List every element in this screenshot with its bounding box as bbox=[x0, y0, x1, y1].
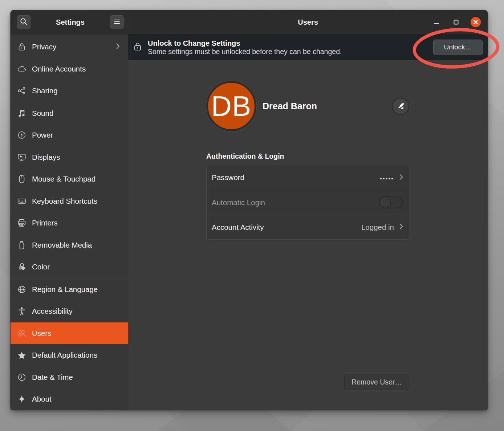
mouse-icon bbox=[17, 175, 26, 183]
sidebar-item-label: Sound bbox=[32, 109, 53, 118]
sidebar-item-keyboard-shortcuts[interactable]: Keyboard Shortcuts bbox=[11, 190, 128, 212]
app-title: Settings bbox=[31, 18, 110, 27]
main-pane: Users Un bbox=[128, 10, 488, 410]
auth-section-heading: Authentication & Login bbox=[206, 152, 284, 160]
password-dots: ••••• bbox=[380, 174, 394, 182]
maximize-icon bbox=[453, 19, 459, 25]
sidebar: Settings PrivacyOnline AccountsSharingSo… bbox=[11, 10, 128, 410]
sidebar-item-removable-media[interactable]: Removable Media bbox=[11, 234, 128, 256]
sparkle-icon bbox=[17, 395, 26, 403]
account-activity-row[interactable]: Account Activity Logged in bbox=[207, 215, 409, 239]
password-row[interactable]: Password ••••• bbox=[207, 165, 409, 190]
search-icon bbox=[20, 18, 28, 27]
sidebar-item-label: Color bbox=[32, 263, 50, 271]
automatic-login-toggle[interactable] bbox=[379, 196, 403, 208]
sidebar-item-sharing[interactable]: Sharing bbox=[11, 80, 128, 102]
infobar-subtitle: Some settings must be unlocked before th… bbox=[148, 48, 342, 56]
display-icon bbox=[17, 153, 26, 162]
sidebar-item-power[interactable]: Power bbox=[11, 124, 128, 146]
minimize-button[interactable] bbox=[431, 17, 442, 27]
minimize-icon bbox=[434, 19, 439, 25]
sidebar-item-label: Removable Media bbox=[32, 241, 92, 249]
sidebar-item-online-accounts[interactable]: Online Accounts bbox=[11, 58, 128, 80]
toggle-knob bbox=[379, 196, 391, 208]
sidebar-item-label: Privacy bbox=[32, 42, 56, 51]
auth-list: Password ••••• Automatic Login Acc bbox=[206, 165, 409, 240]
sidebar-item-printers[interactable]: Printers bbox=[11, 212, 128, 234]
sidebar-item-label: Default Applications bbox=[32, 351, 97, 359]
remove-user-button[interactable]: Remove User… bbox=[344, 374, 409, 390]
window-controls bbox=[431, 10, 481, 34]
sidebar-item-label: Sharing bbox=[32, 86, 58, 95]
sidebar-item-label: Online Accounts bbox=[32, 65, 86, 73]
color-icon bbox=[17, 263, 26, 271]
sidebar-item-label: Printers bbox=[32, 219, 58, 227]
chevron-right-icon bbox=[399, 223, 403, 231]
user-avatar[interactable]: DB bbox=[206, 81, 256, 131]
sidebar-item-label: Power bbox=[32, 131, 53, 139]
sidebar-item-label: Mouse & Touchpad bbox=[32, 175, 95, 183]
sidebar-item-label: Region & Language bbox=[32, 285, 98, 294]
chevron-right-icon bbox=[399, 174, 403, 182]
close-button[interactable] bbox=[471, 17, 481, 27]
maximize-button[interactable] bbox=[451, 17, 461, 27]
chevron-right-icon bbox=[116, 42, 120, 51]
sidebar-header: Settings bbox=[11, 10, 128, 34]
infobar-text: Unlock to Change Settings Some settings … bbox=[148, 39, 342, 56]
unlock-button[interactable]: Unlock… bbox=[433, 40, 483, 55]
pencil-icon bbox=[396, 101, 405, 112]
hamburger-menu-icon bbox=[114, 19, 120, 25]
lock-icon bbox=[17, 42, 26, 51]
printer-icon bbox=[17, 219, 26, 227]
avatar-initials: DB bbox=[211, 92, 251, 120]
sidebar-item-accessibility[interactable]: Accessibility bbox=[11, 300, 128, 322]
sidebar-item-label: Displays bbox=[32, 153, 60, 162]
automatic-login-label: Automatic Login bbox=[212, 198, 265, 207]
usb-drive-icon bbox=[17, 241, 26, 249]
cloud-icon bbox=[17, 65, 26, 73]
sidebar-item-default-applications[interactable]: Default Applications bbox=[11, 344, 128, 366]
clock-icon bbox=[17, 373, 26, 382]
sidebar-item-sound[interactable]: Sound bbox=[11, 102, 128, 125]
sidebar-item-label: About bbox=[32, 395, 52, 403]
password-label: Password bbox=[212, 173, 244, 182]
sidebar-item-displays[interactable]: Displays bbox=[11, 146, 128, 168]
accessibility-icon bbox=[17, 307, 26, 316]
unlock-infobar: Unlock to Change Settings Some settings … bbox=[128, 34, 488, 60]
users-panel: DB Dread Baron Authentication & Login bbox=[128, 60, 488, 410]
keyboard-icon bbox=[17, 197, 26, 206]
music-note-icon bbox=[17, 109, 26, 118]
sidebar-item-about[interactable]: About bbox=[11, 388, 128, 410]
user-full-name: Dread Baron bbox=[263, 101, 317, 111]
sidebar-item-label: Keyboard Shortcuts bbox=[32, 197, 97, 206]
menu-button[interactable] bbox=[110, 15, 124, 29]
account-activity-label: Account Activity bbox=[212, 223, 264, 232]
sidebar-item-label: Accessibility bbox=[32, 307, 73, 316]
sidebar-item-label: Date & Time bbox=[32, 373, 73, 382]
search-button[interactable] bbox=[17, 15, 31, 29]
sidebar-item-color[interactable]: Color bbox=[11, 256, 128, 278]
account-activity-value: Logged in bbox=[361, 223, 394, 232]
sidebar-item-date-time[interactable]: Date & Time bbox=[11, 366, 128, 389]
infobar-title: Unlock to Change Settings bbox=[148, 39, 342, 48]
power-icon bbox=[17, 131, 26, 139]
close-icon bbox=[473, 20, 478, 25]
sidebar-item-users[interactable]: Users bbox=[11, 322, 128, 345]
sidebar-item-mouse-touchpad[interactable]: Mouse & Touchpad bbox=[11, 168, 128, 190]
page-title: Users bbox=[298, 18, 318, 27]
settings-window: Settings PrivacyOnline AccountsSharingSo… bbox=[11, 10, 488, 410]
sidebar-item-privacy[interactable]: Privacy bbox=[11, 36, 128, 58]
headerbar: Users bbox=[128, 10, 488, 34]
sidebar-list: PrivacyOnline AccountsSharingSoundPowerD… bbox=[11, 34, 128, 410]
sidebar-item-label: Users bbox=[32, 329, 52, 338]
sidebar-item-region-language[interactable]: Region & Language bbox=[11, 278, 128, 301]
globe-icon bbox=[17, 285, 26, 294]
share-icon bbox=[17, 86, 26, 95]
automatic-login-row: Automatic Login bbox=[207, 190, 409, 215]
edit-name-button[interactable] bbox=[392, 98, 409, 115]
star-icon bbox=[17, 351, 26, 359]
users-icon bbox=[17, 329, 26, 338]
lock-icon bbox=[133, 42, 142, 53]
